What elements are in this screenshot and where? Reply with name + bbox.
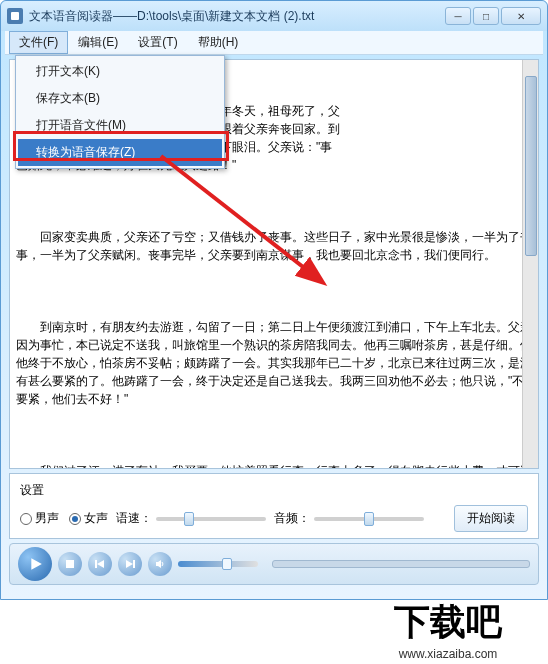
svg-rect-0 <box>11 12 19 20</box>
close-button[interactable]: ✕ <box>501 7 541 25</box>
dropdown-save-text[interactable]: 保存文本(B) <box>18 85 222 112</box>
svg-marker-9 <box>156 560 161 568</box>
menu-edit[interactable]: 编辑(E) <box>68 31 128 54</box>
scrollbar-thumb[interactable] <box>525 76 537 256</box>
menu-help[interactable]: 帮助(H) <box>188 31 249 54</box>
window-title: 文本语音阅读器——D:\tools\桌面\新建文本文档 (2).txt <box>29 8 445 25</box>
app-window: 文本语音阅读器——D:\tools\桌面\新建文本文档 (2).txt ─ □ … <box>0 0 548 600</box>
dropdown-save-as-audio[interactable]: 转换为语音保存(Z) <box>18 139 222 166</box>
radio-male[interactable]: 男声 <box>20 510 59 527</box>
progress-bar[interactable] <box>272 560 530 568</box>
freq-slider[interactable] <box>314 517 424 521</box>
titlebar[interactable]: 文本语音阅读器——D:\tools\桌面\新建文本文档 (2).txt ─ □ … <box>1 1 547 31</box>
speed-slider-thumb[interactable] <box>184 512 194 526</box>
settings-group-label: 设置 <box>20 482 528 499</box>
next-button[interactable] <box>118 552 142 576</box>
menubar: 文件(F) 编辑(E) 设置(T) 帮助(H) <box>5 31 543 55</box>
freq-slider-thumb[interactable] <box>364 512 374 526</box>
volume-icon[interactable] <box>148 552 172 576</box>
dropdown-open-audio[interactable]: 打开语音文件(M) <box>18 112 222 139</box>
paragraph-2: 回家变卖典质，父亲还了亏空；又借钱办了丧事。这些日子，家中光景很是惨淡，一半为了… <box>16 228 532 264</box>
svg-marker-5 <box>97 560 104 568</box>
svg-rect-4 <box>66 560 74 568</box>
menu-settings[interactable]: 设置(T) <box>128 31 187 54</box>
speed-slider[interactable] <box>156 517 266 521</box>
radio-male-label: 男声 <box>35 510 59 527</box>
app-icon <box>7 8 23 24</box>
voice-radio-group: 男声 女声 <box>20 510 108 527</box>
start-reading-button[interactable]: 开始阅读 <box>454 505 528 532</box>
speed-slider-group: 语速： <box>116 510 266 527</box>
freq-slider-group: 音频： <box>274 510 424 527</box>
svg-rect-8 <box>133 560 135 568</box>
watermark: 下载吧 www.xiazaiba.com <box>348 594 548 664</box>
svg-marker-7 <box>126 560 133 568</box>
menu-file[interactable]: 文件(F) <box>9 31 68 54</box>
svg-rect-6 <box>95 560 97 568</box>
radio-icon-checked <box>69 513 81 525</box>
radio-icon <box>20 513 32 525</box>
file-dropdown: 打开文本(K) 保存文本(B) 打开语音文件(M) 转换为语音保存(Z) <box>15 55 225 169</box>
settings-panel: 设置 男声 女声 语速： 音频： <box>9 473 539 539</box>
vertical-scrollbar[interactable] <box>522 60 538 468</box>
speed-label: 语速： <box>116 510 152 527</box>
paragraph-3: 到南京时，有朋友约去游逛，勾留了一日；第二日上午便须渡江到浦口，下午上车北去。父… <box>16 318 532 408</box>
settings-row: 男声 女声 语速： 音频： 开始阅读 <box>20 505 528 532</box>
play-button[interactable] <box>18 547 52 581</box>
volume-slider[interactable] <box>178 561 258 567</box>
svg-marker-3 <box>31 558 41 570</box>
prev-button[interactable] <box>88 552 112 576</box>
radio-female-label: 女声 <box>84 510 108 527</box>
watermark-url: www.xiazaiba.com <box>399 647 498 661</box>
stop-button[interactable] <box>58 552 82 576</box>
paragraph-4: 我们过了江，进了车站。我买票，他忙着照看行李。行李太多了，得向脚夫行些小费，才可… <box>16 462 532 469</box>
minimize-button[interactable]: ─ <box>445 7 471 25</box>
watermark-text: 下载吧 <box>394 598 502 647</box>
window-controls: ─ □ ✕ <box>445 7 541 25</box>
maximize-button[interactable]: □ <box>473 7 499 25</box>
volume-slider-thumb[interactable] <box>222 558 232 570</box>
player-panel <box>9 543 539 585</box>
radio-female[interactable]: 女声 <box>69 510 108 527</box>
dropdown-open-text[interactable]: 打开文本(K) <box>18 58 222 85</box>
freq-label: 音频： <box>274 510 310 527</box>
